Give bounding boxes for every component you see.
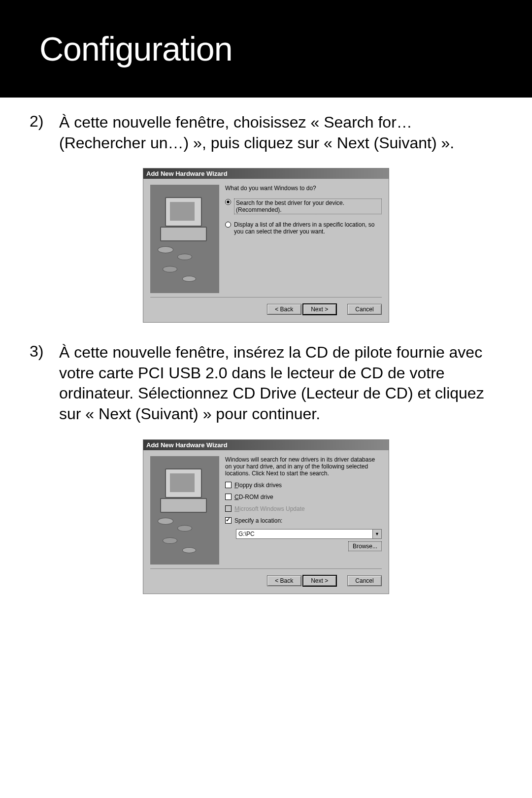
page-header: Configuration xyxy=(0,0,532,98)
floppy-label: Floppy disk drives xyxy=(234,482,282,489)
radio-icon xyxy=(225,222,231,228)
option-search-best-driver[interactable]: Search for the best driver for your devi… xyxy=(225,199,382,214)
option-display-list[interactable]: Display a list of all the drivers in a s… xyxy=(225,221,382,235)
step-2-number: 2) xyxy=(30,112,59,131)
next-button[interactable]: Next > xyxy=(302,303,337,315)
cancel-button[interactable]: Cancel xyxy=(347,304,382,315)
option2-label: Display a list of all the drivers in a s… xyxy=(234,221,382,235)
checkbox-msupdate: Microsoft Windows Update xyxy=(225,505,382,512)
wizard2-titlebar: Add New Hardware Wizard xyxy=(143,440,389,450)
wizard2-footer: < BackNext > Cancel xyxy=(143,569,389,594)
wizard1-titlebar: Add New Hardware Wizard xyxy=(143,168,389,179)
specify-label: Specify a location: xyxy=(234,517,282,524)
wizard1-footer: < BackNext > Cancel xyxy=(143,298,389,322)
step-2-text: À cette nouvelle fenêtre, choisissez « S… xyxy=(59,112,502,153)
wizard-graphic-icon xyxy=(150,185,219,293)
step-3-text: À cette nouvelle fenêtre, insérez la CD … xyxy=(59,342,502,424)
wizard2-intro: Windows will search for new drivers in i… xyxy=(225,456,382,477)
checkbox-icon xyxy=(225,505,232,512)
checkbox-icon xyxy=(225,482,232,488)
browse-button[interactable]: Browse... xyxy=(348,541,382,551)
next-button[interactable]: Next > xyxy=(302,575,337,587)
back-button[interactable]: < Back xyxy=(267,575,301,586)
wizard-graphic-icon xyxy=(150,456,219,565)
cdrom-label: CD-ROM drive xyxy=(234,494,273,500)
step-2: 2) À cette nouvelle fenêtre, choisissez … xyxy=(30,112,502,153)
back-button[interactable]: < Back xyxy=(267,304,301,315)
checkbox-icon xyxy=(225,517,232,524)
wizard-screenshot-2: Add New Hardware Wizard Windows will sea… xyxy=(30,439,502,594)
page-title: Configuration xyxy=(39,30,532,68)
cancel-button[interactable]: Cancel xyxy=(347,575,382,586)
wizard-screenshot-1: Add New Hardware Wizard What do you want… xyxy=(30,168,502,323)
document-page: Configuration 2) À cette nouvelle fenêtr… xyxy=(0,0,532,798)
step-3: 3) À cette nouvelle fenêtre, insérez la … xyxy=(30,342,502,424)
option1-label: Search for the best driver for your devi… xyxy=(234,199,382,214)
dropdown-icon[interactable]: ▼ xyxy=(373,529,382,539)
checkbox-icon xyxy=(225,494,232,500)
checkbox-floppy[interactable]: Floppy disk drives xyxy=(225,482,382,489)
location-input[interactable]: G:\PC xyxy=(236,529,373,539)
checkbox-cdrom[interactable]: CD-ROM drive xyxy=(225,494,382,500)
checkbox-specify-location[interactable]: Specify a location: xyxy=(225,517,382,524)
msupdate-label: Microsoft Windows Update xyxy=(234,505,305,512)
page-content: 2) À cette nouvelle fenêtre, choisissez … xyxy=(0,98,532,594)
radio-icon xyxy=(225,199,231,205)
wizard1-question: What do you want Windows to do? xyxy=(225,185,382,192)
step-3-number: 3) xyxy=(30,342,59,361)
